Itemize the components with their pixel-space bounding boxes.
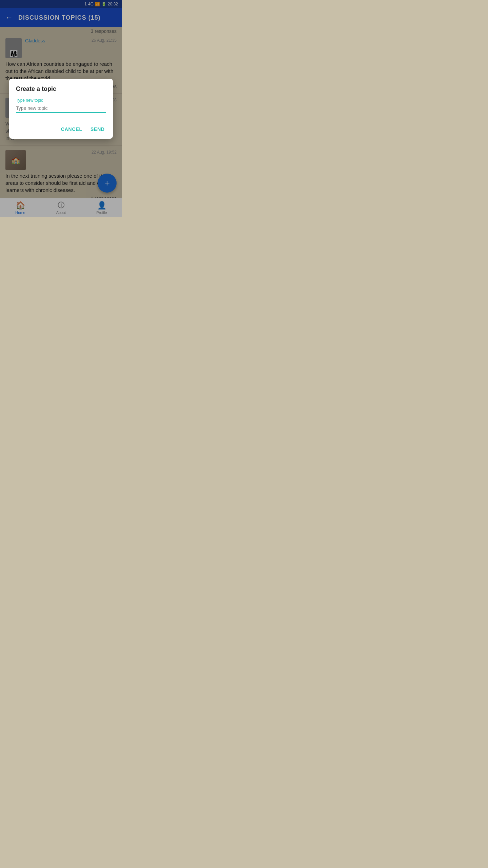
cancel-button[interactable]: CANCEL (60, 124, 84, 135)
modal-actions: CANCEL SEND (16, 121, 106, 135)
send-button[interactable]: SEND (89, 124, 106, 135)
modal-input-label: Type new topic (16, 98, 106, 103)
topic-input[interactable] (16, 104, 106, 113)
modal-overlay[interactable]: Create a topic Type new topic CANCEL SEN… (0, 0, 122, 217)
create-topic-modal: Create a topic Type new topic CANCEL SEN… (9, 79, 113, 139)
modal-title: Create a topic (16, 85, 106, 93)
